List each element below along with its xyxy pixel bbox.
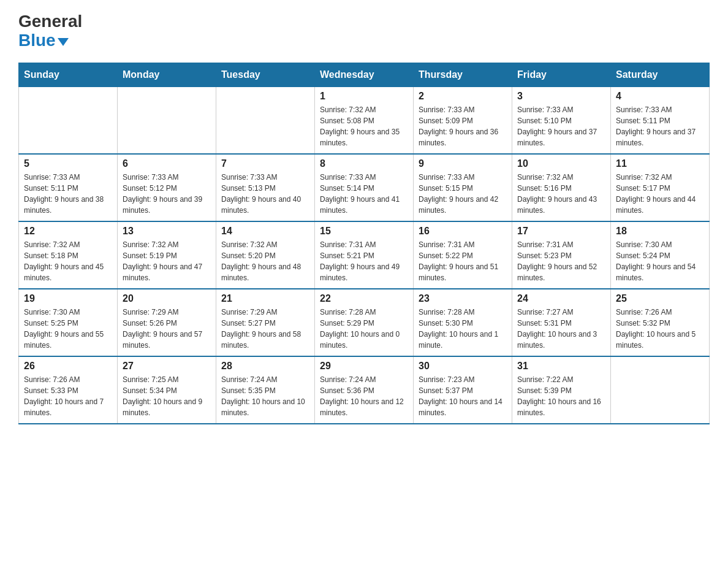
day-info: Sunrise: 7:33 AM Sunset: 5:11 PM Dayligh…	[616, 104, 704, 148]
calendar-header-sunday: Sunday	[19, 63, 118, 86]
day-number: 26	[24, 361, 112, 372]
day-info: Sunrise: 7:22 AM Sunset: 5:39 PM Dayligh…	[517, 374, 605, 418]
calendar-cell	[216, 86, 315, 154]
logo: General Blue	[18, 12, 82, 50]
day-info: Sunrise: 7:32 AM Sunset: 5:19 PM Dayligh…	[123, 239, 211, 283]
day-number: 3	[517, 91, 605, 102]
day-info: Sunrise: 7:29 AM Sunset: 5:26 PM Dayligh…	[123, 307, 211, 351]
calendar-cell: 7Sunrise: 7:33 AM Sunset: 5:13 PM Daylig…	[216, 154, 315, 221]
day-info: Sunrise: 7:33 AM Sunset: 5:12 PM Dayligh…	[123, 172, 211, 216]
day-number: 6	[123, 158, 211, 169]
calendar-header-monday: Monday	[118, 63, 216, 86]
calendar-cell: 20Sunrise: 7:29 AM Sunset: 5:26 PM Dayli…	[118, 289, 216, 356]
day-number: 30	[419, 361, 507, 372]
day-info: Sunrise: 7:32 AM Sunset: 5:18 PM Dayligh…	[24, 239, 112, 283]
calendar-cell: 27Sunrise: 7:25 AM Sunset: 5:34 PM Dayli…	[118, 356, 216, 424]
day-info: Sunrise: 7:32 AM Sunset: 5:08 PM Dayligh…	[320, 104, 408, 148]
day-info: Sunrise: 7:28 AM Sunset: 5:29 PM Dayligh…	[320, 307, 408, 351]
calendar-week-4: 26Sunrise: 7:26 AM Sunset: 5:33 PM Dayli…	[19, 356, 710, 424]
calendar-header-saturday: Saturday	[611, 63, 710, 86]
day-info: Sunrise: 7:25 AM Sunset: 5:34 PM Dayligh…	[123, 374, 211, 418]
calendar-cell: 1Sunrise: 7:32 AM Sunset: 5:08 PM Daylig…	[315, 86, 414, 154]
day-number: 16	[419, 226, 507, 237]
day-info: Sunrise: 7:33 AM Sunset: 5:13 PM Dayligh…	[221, 172, 309, 216]
calendar-cell: 18Sunrise: 7:30 AM Sunset: 5:24 PM Dayli…	[611, 221, 710, 289]
calendar-table: SundayMondayTuesdayWednesdayThursdayFrid…	[18, 63, 710, 425]
calendar-week-1: 5Sunrise: 7:33 AM Sunset: 5:11 PM Daylig…	[19, 154, 710, 221]
day-number: 7	[221, 158, 309, 169]
calendar-cell: 10Sunrise: 7:32 AM Sunset: 5:16 PM Dayli…	[512, 154, 611, 221]
day-number: 1	[320, 91, 408, 102]
calendar-cell: 13Sunrise: 7:32 AM Sunset: 5:19 PM Dayli…	[118, 221, 216, 289]
day-number: 24	[517, 293, 605, 304]
calendar-cell: 11Sunrise: 7:32 AM Sunset: 5:17 PM Dayli…	[611, 154, 710, 221]
day-number: 5	[24, 158, 112, 169]
calendar-cell: 28Sunrise: 7:24 AM Sunset: 5:35 PM Dayli…	[216, 356, 315, 424]
day-number: 9	[419, 158, 507, 169]
calendar-cell: 25Sunrise: 7:26 AM Sunset: 5:32 PM Dayli…	[611, 289, 710, 356]
day-number: 23	[419, 293, 507, 304]
day-info: Sunrise: 7:32 AM Sunset: 5:20 PM Dayligh…	[221, 239, 309, 283]
calendar-cell: 22Sunrise: 7:28 AM Sunset: 5:29 PM Dayli…	[315, 289, 414, 356]
day-number: 12	[24, 226, 112, 237]
calendar-cell: 5Sunrise: 7:33 AM Sunset: 5:11 PM Daylig…	[19, 154, 118, 221]
calendar-cell	[19, 86, 118, 154]
day-number: 10	[517, 158, 605, 169]
day-info: Sunrise: 7:31 AM Sunset: 5:22 PM Dayligh…	[419, 239, 507, 283]
day-number: 18	[616, 226, 704, 237]
calendar-cell: 9Sunrise: 7:33 AM Sunset: 5:15 PM Daylig…	[414, 154, 512, 221]
calendar-cell: 15Sunrise: 7:31 AM Sunset: 5:21 PM Dayli…	[315, 221, 414, 289]
day-number: 17	[517, 226, 605, 237]
day-number: 14	[221, 226, 309, 237]
calendar-cell: 31Sunrise: 7:22 AM Sunset: 5:39 PM Dayli…	[512, 356, 611, 424]
calendar-week-3: 19Sunrise: 7:30 AM Sunset: 5:25 PM Dayli…	[19, 289, 710, 356]
day-info: Sunrise: 7:33 AM Sunset: 5:09 PM Dayligh…	[419, 104, 507, 148]
day-number: 20	[123, 293, 211, 304]
calendar-cell: 30Sunrise: 7:23 AM Sunset: 5:37 PM Dayli…	[414, 356, 512, 424]
day-number: 22	[320, 293, 408, 304]
calendar-cell: 19Sunrise: 7:30 AM Sunset: 5:25 PM Dayli…	[19, 289, 118, 356]
calendar-week-0: 1Sunrise: 7:32 AM Sunset: 5:08 PM Daylig…	[19, 86, 710, 154]
day-number: 11	[616, 158, 704, 169]
day-info: Sunrise: 7:31 AM Sunset: 5:23 PM Dayligh…	[517, 239, 605, 283]
day-info: Sunrise: 7:26 AM Sunset: 5:33 PM Dayligh…	[24, 374, 112, 418]
day-info: Sunrise: 7:26 AM Sunset: 5:32 PM Dayligh…	[616, 307, 704, 351]
day-info: Sunrise: 7:24 AM Sunset: 5:35 PM Dayligh…	[221, 374, 309, 418]
calendar-cell: 2Sunrise: 7:33 AM Sunset: 5:09 PM Daylig…	[414, 86, 512, 154]
day-number: 25	[616, 293, 704, 304]
calendar-header-tuesday: Tuesday	[216, 63, 315, 86]
day-info: Sunrise: 7:29 AM Sunset: 5:27 PM Dayligh…	[221, 307, 309, 351]
calendar-cell: 23Sunrise: 7:28 AM Sunset: 5:30 PM Dayli…	[414, 289, 512, 356]
day-info: Sunrise: 7:27 AM Sunset: 5:31 PM Dayligh…	[517, 307, 605, 351]
day-info: Sunrise: 7:30 AM Sunset: 5:24 PM Dayligh…	[616, 239, 704, 283]
day-info: Sunrise: 7:24 AM Sunset: 5:36 PM Dayligh…	[320, 374, 408, 418]
calendar-header-friday: Friday	[512, 63, 611, 86]
day-info: Sunrise: 7:33 AM Sunset: 5:15 PM Dayligh…	[419, 172, 507, 216]
calendar-cell: 17Sunrise: 7:31 AM Sunset: 5:23 PM Dayli…	[512, 221, 611, 289]
calendar-cell: 3Sunrise: 7:33 AM Sunset: 5:10 PM Daylig…	[512, 86, 611, 154]
logo-triangle-icon	[58, 38, 69, 46]
calendar-cell: 12Sunrise: 7:32 AM Sunset: 5:18 PM Dayli…	[19, 221, 118, 289]
calendar-cell: 14Sunrise: 7:32 AM Sunset: 5:20 PM Dayli…	[216, 221, 315, 289]
calendar-cell: 21Sunrise: 7:29 AM Sunset: 5:27 PM Dayli…	[216, 289, 315, 356]
day-number: 2	[419, 91, 507, 102]
day-number: 8	[320, 158, 408, 169]
calendar-cell: 6Sunrise: 7:33 AM Sunset: 5:12 PM Daylig…	[118, 154, 216, 221]
calendar-cell: 8Sunrise: 7:33 AM Sunset: 5:14 PM Daylig…	[315, 154, 414, 221]
calendar-cell	[118, 86, 216, 154]
page-header: General Blue	[18, 12, 710, 50]
day-info: Sunrise: 7:33 AM Sunset: 5:11 PM Dayligh…	[24, 172, 112, 216]
calendar-cell	[611, 356, 710, 424]
calendar-cell: 29Sunrise: 7:24 AM Sunset: 5:36 PM Dayli…	[315, 356, 414, 424]
calendar-header-thursday: Thursday	[414, 63, 512, 86]
day-number: 27	[123, 361, 211, 372]
day-info: Sunrise: 7:33 AM Sunset: 5:10 PM Dayligh…	[517, 104, 605, 148]
day-info: Sunrise: 7:28 AM Sunset: 5:30 PM Dayligh…	[419, 307, 507, 351]
calendar-header-row: SundayMondayTuesdayWednesdayThursdayFrid…	[19, 63, 710, 86]
day-number: 4	[616, 91, 704, 102]
day-number: 29	[320, 361, 408, 372]
day-number: 31	[517, 361, 605, 372]
day-number: 21	[221, 293, 309, 304]
day-number: 19	[24, 293, 112, 304]
calendar-cell: 26Sunrise: 7:26 AM Sunset: 5:33 PM Dayli…	[19, 356, 118, 424]
